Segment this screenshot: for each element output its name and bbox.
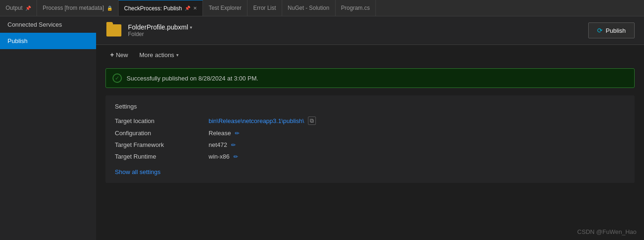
tab-output[interactable]: Output 📌 <box>0 0 37 16</box>
publish-button[interactable]: ⟳ Publish <box>588 22 635 38</box>
sidebar: Connected Services Publish <box>0 16 96 240</box>
profile-name-text: FolderProfile.pubxml <box>128 23 188 31</box>
tab-checkprocess[interactable]: CheckProcess: Publish 📌 ✕ <box>119 0 203 16</box>
tab-error-list-label: Error List <box>253 5 276 11</box>
tab-nuget[interactable]: NuGet - Solution <box>282 0 336 16</box>
content-area: FolderProfile.pubxml ▾ Folder ⟳ Publish … <box>96 16 644 240</box>
profile-name-wrap: FolderProfile.pubxml ▾ Folder <box>128 23 192 37</box>
tab-process[interactable]: Process [from metadata] 🔒 <box>37 0 119 16</box>
configuration-value: Release ✏ <box>209 130 240 137</box>
more-actions-button[interactable]: More actions ▾ <box>135 49 183 61</box>
target-location-value: bin\Release\netcoreapp3.1\publish\ ⧉ <box>209 116 316 125</box>
new-button-label: New <box>116 51 128 58</box>
more-actions-label: More actions <box>139 51 174 58</box>
tab-error-list[interactable]: Error List <box>247 0 282 16</box>
tab-checkprocess-label: CheckProcess: Publish <box>124 5 182 12</box>
sidebar-item-connected-services[interactable]: Connected Services <box>0 16 96 33</box>
publish-btn-label: Publish <box>606 27 626 34</box>
pin-icon: 📌 <box>25 6 31 11</box>
connected-services-label: Connected Services <box>7 21 62 28</box>
tab-test-explorer[interactable]: Test Explorer <box>203 0 247 16</box>
target-location-label: Target location <box>115 117 209 124</box>
folder-icon-wrap <box>105 22 122 39</box>
target-runtime-label: Target Runtime <box>115 153 209 160</box>
target-runtime-edit-icon[interactable]: ✏ <box>233 153 238 160</box>
tab-bar: Output 📌 Process [from metadata] 🔒 Check… <box>0 0 644 16</box>
toolbar: + New More actions ▾ <box>96 45 644 65</box>
configuration-text: Release <box>209 130 231 137</box>
success-banner: ✓ Successfully published on 8/28/2024 at… <box>105 68 635 88</box>
tab-pin-icon: 📌 <box>185 6 190 11</box>
target-location-link[interactable]: bin\Release\netcoreapp3.1\publish\ <box>209 117 304 124</box>
target-runtime-text: win-x86 <box>209 153 230 160</box>
lock-icon: 🔒 <box>107 6 112 11</box>
success-text: Successfully published on 8/28/2024 at 3… <box>127 75 258 82</box>
new-button[interactable]: + New <box>105 49 133 61</box>
tab-nuget-label: NuGet - Solution <box>288 5 329 11</box>
tab-output-label: Output <box>6 5 22 11</box>
configuration-label: Configuration <box>115 130 209 137</box>
tab-close-icon[interactable]: ✕ <box>193 6 197 11</box>
profile-header: FolderProfile.pubxml ▾ Folder ⟳ Publish <box>96 16 644 45</box>
profile-type: Folder <box>128 31 192 37</box>
settings-row-configuration: Configuration Release ✏ <box>115 130 625 137</box>
settings-row-target-location: Target location bin\Release\netcoreapp3.… <box>115 116 625 125</box>
folder-icon <box>106 24 121 36</box>
plus-icon: + <box>110 51 114 58</box>
publish-sidebar-label: Publish <box>7 37 28 44</box>
success-icon: ✓ <box>112 73 122 83</box>
publish-btn-icon: ⟳ <box>597 27 603 34</box>
target-framework-edit-icon[interactable]: ✏ <box>231 142 236 148</box>
sidebar-item-publish[interactable]: Publish <box>0 33 96 49</box>
tab-process-label: Process [from metadata] <box>43 5 104 11</box>
show-all-settings-link[interactable]: Show all settings <box>115 168 161 175</box>
settings-title: Settings <box>115 103 625 110</box>
tab-program[interactable]: Program.cs <box>336 0 376 16</box>
chevron-down-icon: ▾ <box>176 52 179 58</box>
profile-dropdown-arrow[interactable]: ▾ <box>190 25 192 30</box>
copy-icon[interactable]: ⧉ <box>308 116 316 125</box>
target-framework-label: Target Framework <box>115 141 209 148</box>
watermark: CSDN @FuWen_Hao <box>577 228 637 235</box>
target-runtime-value: win-x86 ✏ <box>209 153 238 160</box>
profile-info: FolderProfile.pubxml ▾ Folder <box>105 22 192 39</box>
target-framework-text: net472 <box>209 141 227 148</box>
tab-test-explorer-label: Test Explorer <box>209 5 241 11</box>
configuration-edit-icon[interactable]: ✏ <box>235 130 240 137</box>
main-layout: Connected Services Publish FolderProfile… <box>0 16 644 240</box>
target-framework-value: net472 ✏ <box>209 141 236 148</box>
settings-row-target-runtime: Target Runtime win-x86 ✏ <box>115 153 625 160</box>
settings-panel: Settings Target location bin\Release\net… <box>105 95 635 183</box>
settings-row-target-framework: Target Framework net472 ✏ <box>115 141 625 148</box>
tab-program-label: Program.cs <box>341 5 370 11</box>
profile-name[interactable]: FolderProfile.pubxml ▾ <box>128 23 192 31</box>
